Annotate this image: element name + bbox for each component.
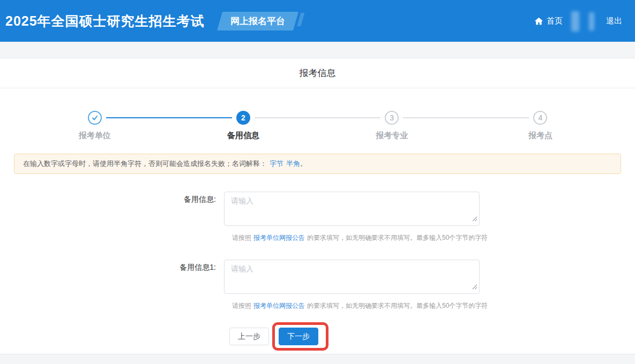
backup-info-textarea[interactable]	[224, 192, 480, 226]
help-text: 的要求填写，如无明确要求不用填写。最多输入50个字节的字符	[307, 234, 488, 241]
step-connector	[169, 117, 232, 118]
next-step-button[interactable]: 下一步	[279, 328, 318, 345]
step-3-label: 报考专业	[318, 131, 466, 141]
redacted-block	[571, 11, 579, 32]
username-redacted	[571, 10, 594, 32]
backup-info-label: 备用信息:	[0, 192, 224, 226]
home-icon	[534, 17, 543, 26]
step-4-label: 报考点	[466, 131, 615, 141]
step-connector	[255, 117, 318, 118]
step-4-marker: 4	[533, 111, 547, 125]
step-3-marker: 3	[385, 111, 399, 125]
step-indicator: 报考单位 2 备用信息 3 报考专业 4 报考点	[20, 111, 615, 141]
step-1-label: 报考单位	[20, 131, 169, 141]
step-2-marker: 2	[236, 111, 250, 125]
help-text: 请按照	[232, 234, 251, 241]
previous-step-button[interactable]: 上一步	[229, 328, 269, 345]
notice-text: 在输入数字或字母时，请使用半角字符，否则可能会造成报名失败；名词解释：	[23, 160, 267, 168]
notice-text-end: 。	[300, 160, 307, 168]
header: 2025年全国硕士研究生招生考试 网上报名平台 首页 退出	[0, 0, 635, 42]
help-text: 请按照	[232, 302, 251, 309]
step-3-major: 3 报考专业	[318, 111, 466, 141]
platform-badge-label: 网上报名平台	[230, 15, 285, 27]
page-title-row: 报考信息	[0, 58, 635, 88]
step-1-check-icon	[88, 111, 102, 125]
header-left: 2025年全国硕士研究生招生考试 网上报名平台	[5, 12, 296, 31]
step-connector	[466, 117, 529, 118]
step-1-unit: 报考单位	[20, 111, 169, 141]
step-connector	[318, 117, 381, 118]
step-4-exam-site: 4 报考点	[466, 111, 615, 141]
logout-link[interactable]: 退出	[606, 16, 622, 26]
page-title: 报考信息	[300, 67, 336, 79]
help-text: 的要求填写，如无明确要求不用填写。最多输入50个字节的字符	[307, 302, 488, 309]
step-connector	[403, 117, 466, 118]
step-2-label: 备用信息	[169, 131, 317, 141]
backup-info-1-help: 请按照报考单位网报公告的要求填写，如无明确要求不用填写。最多输入50个字节的字符	[232, 301, 635, 310]
content-card: 报考信息 报考单位 2 备用信息 3	[0, 58, 635, 354]
resize-handle-icon[interactable]	[472, 282, 477, 292]
backup-info-help: 请按照报考单位网报公告的要求填写，如无明确要求不用填写。最多输入50个字节的字符	[232, 233, 635, 242]
field-backup-info: 备用信息: 请按照报考单位网报公告的要求填写，如无明确要求不用填写。最多输入50…	[0, 192, 635, 242]
platform-badge: 网上报名平台	[217, 12, 298, 31]
home-link[interactable]: 首页	[534, 16, 563, 26]
redacted-block	[589, 12, 594, 31]
halfwidth-definition-link[interactable]: 半角	[286, 160, 300, 168]
unit-announcement-link[interactable]: 报考单位网报公告	[253, 302, 305, 309]
button-row: 上一步 下一步	[229, 322, 635, 351]
site-title: 2025年全国硕士研究生招生考试	[5, 12, 205, 30]
step-2-backup-info: 2 备用信息	[169, 111, 317, 141]
step-connector	[106, 117, 169, 118]
click-target-annotation: 下一步	[272, 322, 328, 351]
unit-announcement-link[interactable]: 报考单位网报公告	[253, 234, 305, 241]
byte-definition-link[interactable]: 字节	[270, 160, 283, 168]
resize-handle-icon[interactable]	[472, 214, 477, 224]
backup-info-1-label: 备用信息1:	[0, 260, 224, 294]
backup-info-1-textarea[interactable]	[224, 260, 480, 294]
field-backup-info-1: 备用信息1: 请按照报考单位网报公告的要求填写，如无明确要求不用填写。最多输入5…	[0, 260, 635, 310]
notice-banner: 在输入数字或字母时，请使用半角字符，否则可能会造成报名失败；名词解释：字节半角。	[14, 154, 621, 174]
header-right: 首页 退出	[534, 10, 622, 32]
home-label: 首页	[547, 16, 563, 26]
